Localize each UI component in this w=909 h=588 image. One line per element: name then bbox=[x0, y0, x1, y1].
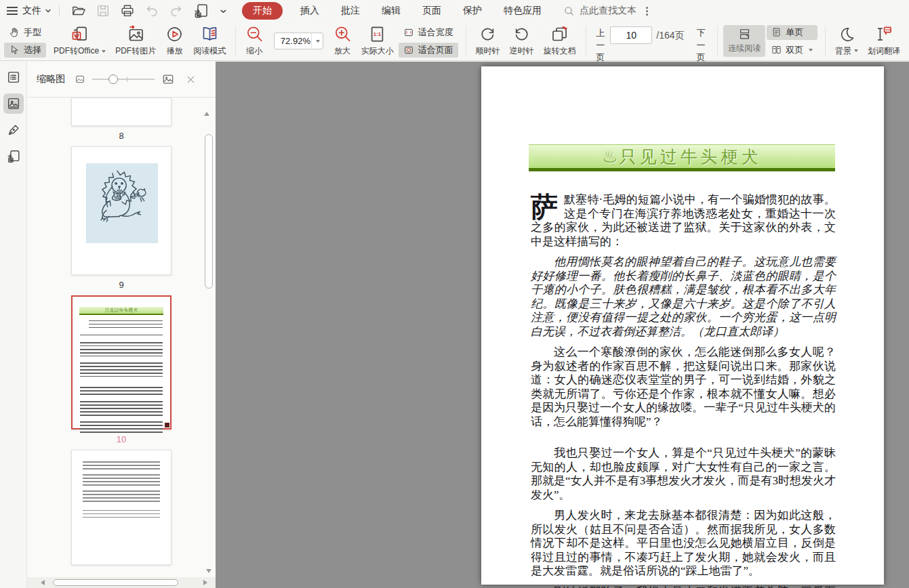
fit-width-label: 适合宽度 bbox=[418, 26, 453, 39]
previous-page-button[interactable]: 上一页 bbox=[592, 22, 610, 60]
zoom-level-value: 72.92% bbox=[275, 36, 311, 46]
actual-size-button[interactable]: 1:1 实际大小 bbox=[357, 22, 399, 60]
rotate-clockwise-button[interactable]: 顺时针 bbox=[471, 22, 505, 60]
paragraph-4: 我也只娶过一个女人，算是个“只见过牛头梗犬”的蒙昧无知的人，却也脸皮颇厚，对广大… bbox=[531, 446, 836, 502]
word-translate-label: 划词翻译 bbox=[868, 45, 900, 57]
mini-text-lines bbox=[83, 490, 160, 502]
open-file-button[interactable] bbox=[68, 2, 89, 20]
export-panel-button[interactable] bbox=[3, 146, 24, 167]
pdf-to-office-button[interactable]: PDF转Office bbox=[49, 22, 110, 60]
single-page-button[interactable]: 单页 bbox=[767, 25, 817, 40]
menu-bar: 文件 开始 插入 批注 编辑 页面 保护 特色应用 点此查找文本 bbox=[0, 0, 909, 22]
tab-annotate[interactable]: 批注 bbox=[341, 5, 360, 17]
read-mode-label: 阅读模式 bbox=[193, 45, 226, 57]
vertical-scroll-thumb[interactable] bbox=[205, 134, 213, 289]
panel-horizontal-scrollbar[interactable] bbox=[27, 577, 216, 588]
drop-cap: 萨 bbox=[531, 194, 558, 221]
mini-text-lines bbox=[80, 362, 163, 379]
tab-protect[interactable]: 保护 bbox=[463, 5, 482, 17]
continuous-reading-button[interactable]: 连续阅读 bbox=[723, 25, 765, 57]
close-panel-icon[interactable] bbox=[186, 75, 196, 85]
fit-page-button[interactable]: 适合页面 bbox=[399, 43, 458, 58]
play-icon bbox=[165, 25, 184, 43]
previous-page-label: 上一页 bbox=[596, 27, 606, 64]
zoom-out-button[interactable]: 缩小 bbox=[241, 22, 268, 60]
fit-width-icon bbox=[403, 27, 414, 38]
tab-start[interactable]: 开始 bbox=[242, 2, 283, 20]
scroll-left-arrow[interactable] bbox=[41, 580, 45, 585]
thumbnail-page-10-selected[interactable]: 只见过牛头梗犬 bbox=[71, 295, 171, 429]
read-mode-button[interactable]: 阅读模式 bbox=[188, 22, 230, 60]
scroll-up-arrow[interactable] bbox=[204, 102, 209, 116]
page-number-input[interactable] bbox=[610, 26, 652, 44]
quick-toolbar-expand-icon[interactable] bbox=[216, 5, 231, 17]
toolbar-divider bbox=[586, 26, 586, 56]
play-button[interactable]: 播放 bbox=[161, 22, 188, 60]
hand-icon bbox=[9, 27, 20, 38]
find-text-button[interactable]: 点此查找文本 bbox=[563, 5, 637, 17]
thumbnail-icon bbox=[6, 96, 21, 111]
rotate-document-button[interactable]: 旋转文档 bbox=[539, 22, 581, 60]
pdf-to-office-label: PDF转Office bbox=[54, 45, 99, 57]
zoom-in-button[interactable]: 放大 bbox=[329, 22, 357, 60]
scroll-down-arrow[interactable] bbox=[206, 569, 211, 573]
export-word-button[interactable] bbox=[190, 1, 213, 20]
undo-button[interactable] bbox=[141, 2, 163, 20]
panel-vertical-scrollbar[interactable] bbox=[204, 102, 214, 576]
select-tool-button[interactable]: 选择 bbox=[4, 43, 46, 58]
thumbnail-panel-button[interactable] bbox=[3, 93, 24, 114]
slider-knob[interactable] bbox=[108, 75, 118, 84]
chevron-down-icon bbox=[809, 49, 813, 51]
mini-text-lines bbox=[80, 401, 163, 417]
toolbar-divider bbox=[235, 26, 236, 56]
chevron-down-icon[interactable] bbox=[44, 7, 52, 15]
document-page[interactable]: ♨ 只见过牛头梗犬 萨默塞特·毛姆的短篇小说中，有一个骗婚惯犯的故事。这是个专门… bbox=[481, 66, 884, 585]
hand-tool-button[interactable]: 手型 bbox=[4, 25, 46, 40]
tab-special-apps[interactable]: 特色应用 bbox=[504, 5, 542, 17]
small-thumbnail-icon[interactable] bbox=[75, 74, 85, 85]
tab-page[interactable]: 页面 bbox=[422, 5, 441, 17]
find-text-label: 点此查找文本 bbox=[580, 5, 637, 17]
save-button[interactable] bbox=[92, 2, 114, 20]
pdf-to-image-button[interactable]: PDF转图片 bbox=[110, 22, 161, 60]
large-thumbnail-icon[interactable] bbox=[161, 72, 175, 86]
fit-page-icon bbox=[403, 45, 414, 56]
sidebar-rail bbox=[0, 62, 27, 588]
zoom-dropdown-arrow[interactable] bbox=[311, 33, 323, 49]
single-page-icon bbox=[771, 27, 782, 37]
thumbnail-size-slider[interactable] bbox=[92, 75, 155, 84]
thumbnail-page-11[interactable] bbox=[71, 450, 171, 565]
background-button[interactable]: 背景 bbox=[830, 22, 863, 60]
svg-text:1:1: 1:1 bbox=[373, 31, 382, 37]
print-button[interactable] bbox=[117, 2, 138, 20]
double-page-button[interactable]: 双页 bbox=[767, 43, 817, 58]
thumbnail-page-9[interactable] bbox=[71, 146, 171, 275]
more-options-icon[interactable] bbox=[646, 7, 649, 16]
thumbnail-page-8[interactable] bbox=[71, 98, 171, 126]
word-translate-icon bbox=[874, 25, 893, 43]
word-translate-button[interactable]: 划词翻译 bbox=[863, 22, 905, 60]
rotate-counterclockwise-button[interactable]: 逆时针 bbox=[505, 22, 539, 60]
fit-width-button[interactable]: 适合宽度 bbox=[399, 25, 458, 40]
tab-edit[interactable]: 编辑 bbox=[382, 5, 401, 17]
document-viewer[interactable]: ♨ 只见过牛头梗犬 萨默塞特·毛姆的短篇小说中，有一个骗婚惯犯的故事。这是个专门… bbox=[216, 62, 909, 588]
horizontal-scroll-thumb[interactable] bbox=[53, 579, 178, 586]
next-page-button[interactable]: 下一页 bbox=[685, 22, 711, 60]
tab-insert[interactable]: 插入 bbox=[300, 5, 319, 17]
outline-panel-button[interactable] bbox=[3, 67, 24, 87]
hamburger-menu-icon[interactable] bbox=[7, 7, 18, 15]
file-menu[interactable]: 文件 bbox=[22, 5, 41, 17]
search-icon bbox=[563, 5, 575, 17]
toolbar-divider bbox=[466, 26, 466, 56]
double-page-label: 双页 bbox=[786, 44, 803, 56]
scroll-right-arrow[interactable] bbox=[203, 580, 207, 585]
chevron-down-icon bbox=[102, 50, 106, 53]
pdf-to-office-icon bbox=[70, 25, 89, 43]
paragraph-5: 男人发火时，来龙去脉基本都很清楚：因为如此这般，所以发火（姑且不问是否合适）。然… bbox=[531, 509, 836, 579]
redo-button[interactable] bbox=[165, 2, 187, 20]
rotate-clockwise-icon bbox=[479, 25, 497, 43]
annotation-panel-button[interactable] bbox=[3, 120, 24, 140]
zoom-level-combobox[interactable]: 72.92% bbox=[274, 33, 323, 49]
paragraph-3: 这么一个寒酸潦倒的家伙，怎么能迷倒那么多女人呢？身为叙述者的作家百思不解，把这疑… bbox=[531, 345, 836, 429]
mini-text-lines bbox=[89, 320, 163, 331]
